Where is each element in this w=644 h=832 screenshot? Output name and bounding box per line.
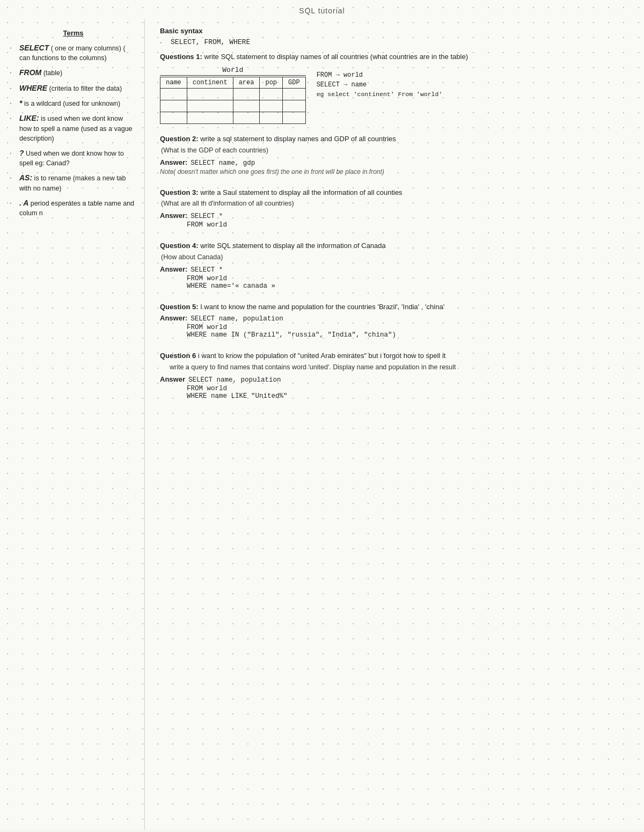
- bullet-icon: ·: [160, 38, 167, 46]
- question-6-body: i want to know the population of "united…: [198, 352, 446, 360]
- keyword-period: . A: [19, 199, 28, 207]
- question-4-body: write SQL statement to display all the i…: [200, 242, 386, 250]
- question-1-body: write SQL statement to display names of …: [204, 53, 468, 61]
- list-item: · . A period esperátes a table name and …: [10, 198, 137, 218]
- question-6-label: Question 6: [160, 352, 196, 360]
- answer-3-label: Answer:: [160, 211, 187, 220]
- bullet-icon: ·: [10, 68, 17, 78]
- world-table-section: World name continent area pop GDP: [160, 66, 631, 124]
- col-pop: pop: [260, 77, 283, 89]
- note-from: FROM → world: [317, 71, 443, 79]
- answer-6-inline: Answer SELECT name, population: [160, 375, 631, 384]
- question-5-body: I want to know the name and population f…: [200, 303, 444, 311]
- answer-4-line2: FROM world: [160, 275, 631, 282]
- answer-5-line3: WHERE name IN ("Brazil", "russia", "Indi…: [160, 331, 631, 339]
- col-gdp: GDP: [283, 77, 306, 89]
- list-item: · SELECT ( one or many columns) ( can fu…: [10, 42, 137, 63]
- answer-4-line1: SELECT *: [191, 266, 223, 274]
- table-row: [160, 100, 306, 112]
- world-table-title: World: [160, 66, 306, 76]
- answer-6-label: Answer: [160, 375, 185, 383]
- list-item: · AS: is to rename (makes a new tab with…: [10, 172, 137, 193]
- answer-5-label: Answer:: [160, 314, 187, 322]
- sidebar-title: Terms: [10, 29, 137, 37]
- answer-3-inline: Answer: SELECT *: [160, 211, 631, 220]
- page-title: SQL tutorial: [0, 0, 644, 19]
- question-3-text: Question 3: write a Saul statement to di…: [160, 187, 631, 198]
- syntax-item: · SELECT, FROM, WHERE: [160, 38, 631, 46]
- answer-6-block: Answer SELECT name, population FROM worl…: [160, 375, 631, 400]
- question-4-block: Question 4: write SQL statement to displ…: [160, 240, 631, 290]
- question-6-text: Question 6 i want to know the population…: [160, 351, 631, 361]
- answer-5-line2: FROM world: [160, 324, 631, 331]
- bullet-icon: ·: [10, 98, 17, 108]
- question-3-label: Question 3:: [160, 188, 199, 196]
- table-row: [160, 89, 306, 100]
- answer-4-label: Answer:: [160, 265, 187, 273]
- answer-4-line3: WHERE name='« canada »: [160, 282, 631, 290]
- question-6-block: Question 6 i want to know the population…: [160, 351, 631, 400]
- keyword-select: SELECT: [19, 43, 49, 52]
- answer-6-line3: WHERE name LIKE "United%": [160, 392, 631, 400]
- world-table-wrapper: World name continent area pop GDP: [160, 66, 306, 124]
- syntax-text: SELECT, FROM, WHERE: [171, 38, 250, 46]
- keyword-where: WHERE: [19, 84, 47, 92]
- answer-3-line1: SELECT *: [191, 213, 223, 220]
- answer-5-block: Answer: SELECT name, population FROM wor…: [160, 314, 631, 339]
- question-4-sub: (How about Canada): [160, 253, 631, 261]
- sidebar: Terms · SELECT ( one or many columns) ( …: [0, 19, 145, 830]
- answer-6-line2: FROM world: [160, 385, 631, 392]
- question-2-body: write a sql statement to display names a…: [200, 135, 396, 143]
- basic-syntax-title: Basic syntax: [160, 27, 631, 35]
- question-3-block: Question 3: write a Saul statement to di…: [160, 187, 631, 229]
- answer-6-line1: SELECT name, population: [188, 376, 281, 384]
- col-continent: continent: [187, 77, 233, 89]
- bullet-icon: ·: [10, 198, 17, 208]
- bullet-icon: ·: [10, 173, 17, 183]
- world-table: name continent area pop GDP: [160, 77, 306, 124]
- answer-4-inline: Answer: SELECT *: [160, 265, 631, 274]
- question-2-label: Question 2:: [160, 135, 199, 143]
- question-1-section: Questions 1: write SQL statement to disp…: [160, 53, 631, 124]
- answer-2-note: Note( doesn't matter which one goes firs…: [160, 168, 631, 176]
- question-6-sub: write a query to find names that contain…: [160, 363, 631, 371]
- question-5-block: Question 5: I want to know the name and …: [160, 302, 631, 339]
- question-5-label: Question 5:: [160, 303, 199, 311]
- question-1-label: Questions 1:: [160, 53, 202, 61]
- answer-2-inline: Answer: SELECT name, gdp: [160, 158, 631, 167]
- col-name: name: [160, 77, 187, 89]
- question-1-text: Questions 1: write SQL statement to disp…: [160, 53, 631, 61]
- question-3-sub: (What are all th d'information of all co…: [160, 200, 631, 207]
- bullet-icon: ·: [10, 113, 17, 123]
- main-content: Basic syntax · SELECT, FROM, WHERE Quest…: [145, 19, 644, 830]
- answer-3-line2: FROM world: [160, 221, 631, 229]
- answer-2-label: Answer:: [160, 158, 187, 166]
- table-notes: FROM → world SELECT → name eg select 'co…: [317, 66, 443, 98]
- keyword-like: LIKE:: [19, 114, 39, 122]
- answer-2-block: Answer: SELECT name, gdp Note( doesn't m…: [160, 158, 631, 176]
- question-4-label: Question 4:: [160, 242, 199, 250]
- question-2-text: Question 2: write a sql statement to dis…: [160, 134, 631, 144]
- question-4-text: Question 4: write SQL statement to displ…: [160, 240, 631, 251]
- question-3-body: write a Saul statement to display all th…: [200, 188, 402, 196]
- bullet-icon: ·: [10, 148, 17, 158]
- bullet-icon: ·: [10, 43, 17, 53]
- question-5-text: Question 5: I want to know the name and …: [160, 302, 631, 312]
- keyword-wildcard: *: [19, 99, 22, 107]
- list-item: · FROM (table): [10, 67, 137, 78]
- answer-4-block: Answer: SELECT * FROM world WHERE name='…: [160, 265, 631, 290]
- list-item: · LIKE: is used when we dont know how to…: [10, 113, 137, 143]
- list-item: · ? Used when we dont know how to spell …: [10, 148, 137, 168]
- answer-5-line1: SELECT name, population: [191, 315, 283, 323]
- question-2-block: Question 2: write a sql statement to dis…: [160, 134, 631, 176]
- table-row: [160, 112, 306, 124]
- keyword-from: FROM: [19, 68, 41, 77]
- list-item: · * is a wildcard (used for unknown): [10, 98, 137, 108]
- keyword-question: ?: [19, 149, 24, 157]
- answer-3-block: Answer: SELECT * FROM world: [160, 211, 631, 229]
- question-2-sub: (What is the GDP of each countries): [160, 147, 631, 154]
- answer-5-inline: Answer: SELECT name, population: [160, 314, 631, 323]
- answer-2-code: SELECT name, gdp: [191, 159, 255, 167]
- col-area: area: [233, 77, 260, 89]
- list-item: · WHERE (criteria to filter the data): [10, 83, 137, 93]
